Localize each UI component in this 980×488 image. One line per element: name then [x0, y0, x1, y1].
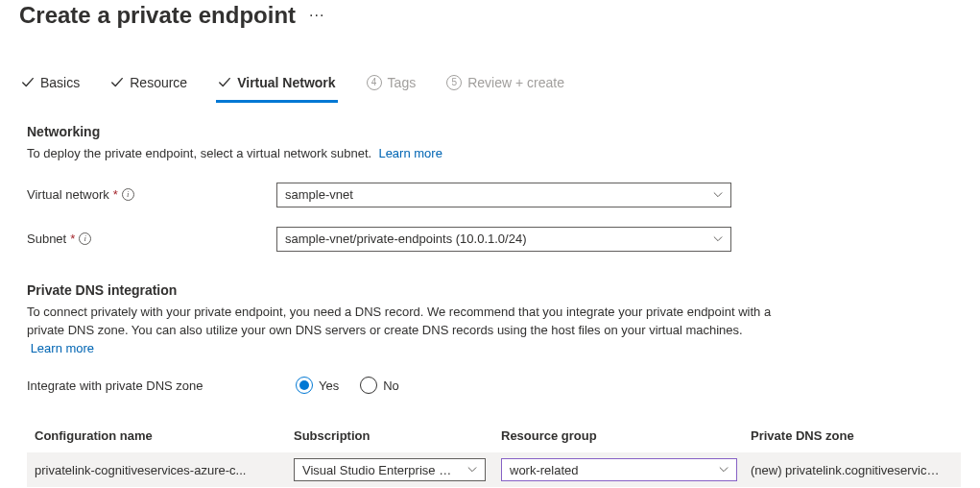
tab-label: Basics — [40, 75, 80, 90]
section-dns-title: Private DNS integration — [27, 282, 961, 298]
chevron-down-icon — [467, 465, 477, 475]
radio-label: Yes — [319, 378, 339, 393]
subnet-label: Subnet * i — [27, 232, 276, 246]
label-text: Virtual network — [27, 187, 109, 202]
step-number-icon: 5 — [446, 75, 462, 90]
page-title: Create a private endpoint — [19, 2, 296, 29]
dns-desc-text: To connect privately with your private e… — [27, 305, 771, 337]
col-config: Configuration name — [35, 428, 294, 443]
resource-group-select[interactable]: work-related — [501, 458, 737, 481]
chevron-down-icon — [719, 465, 729, 475]
table-header: Configuration name Subscription Resource… — [27, 419, 961, 452]
col-resource-group: Resource group — [501, 428, 751, 443]
col-zone: Private DNS zone — [751, 428, 953, 443]
subscription-select[interactable]: Visual Studio Enterprise Subscrip… — [294, 458, 486, 481]
virtual-network-label: Virtual network * i — [27, 187, 276, 202]
wizard-tabs: Basics Resource Virtual Network 4 Tags 5… — [19, 69, 961, 103]
cell-zone: (new) privatelink.cognitiveservices.az..… — [751, 463, 953, 477]
chevron-down-icon — [713, 190, 723, 200]
tab-virtual-network[interactable]: Virtual Network — [216, 69, 337, 103]
tab-basics[interactable]: Basics — [19, 69, 82, 103]
more-icon[interactable]: ··· — [309, 8, 324, 23]
radio-no[interactable]: No — [360, 377, 399, 394]
tab-label: Tags — [388, 75, 417, 90]
virtual-network-select[interactable]: sample-vnet — [276, 183, 731, 207]
table-row: privatelink-cognitiveservices-azure-c...… — [27, 452, 961, 487]
check-icon — [218, 76, 231, 89]
check-icon — [21, 76, 35, 89]
learn-more-link[interactable]: Learn more — [378, 146, 442, 160]
tab-tags: 4 Tags — [365, 69, 418, 103]
label-text: Subnet — [27, 232, 66, 246]
required-star: * — [70, 232, 75, 246]
select-value: Visual Studio Enterprise Subscrip… — [302, 463, 467, 477]
networking-desc-text: To deploy the private endpoint, select a… — [27, 146, 371, 160]
dns-zone-table: Configuration name Subscription Resource… — [27, 419, 961, 487]
cell-config: privatelink-cognitiveservices-azure-c... — [35, 463, 294, 477]
radio-icon — [296, 377, 313, 394]
check-icon — [110, 76, 124, 89]
select-value: sample-vnet — [285, 187, 353, 202]
info-icon[interactable]: i — [79, 232, 91, 245]
integrate-dns-label: Integrate with private DNS zone — [27, 378, 276, 393]
radio-icon — [360, 377, 377, 394]
subnet-select[interactable]: sample-vnet/private-endpoints (10.0.1.0/… — [276, 227, 731, 252]
select-value: sample-vnet/private-endpoints (10.0.1.0/… — [285, 232, 526, 246]
radio-yes[interactable]: Yes — [296, 377, 339, 394]
integrate-dns-radiogroup: Yes No — [296, 377, 399, 394]
section-networking-title: Networking — [27, 124, 961, 139]
learn-more-link[interactable]: Learn more — [31, 341, 94, 355]
step-number-icon: 4 — [367, 75, 382, 90]
networking-desc: To deploy the private endpoint, select a… — [27, 145, 776, 163]
tab-label: Virtual Network — [237, 75, 335, 90]
info-icon[interactable]: i — [122, 188, 134, 201]
tab-label: Review + create — [467, 75, 564, 90]
col-subscription: Subscription — [294, 428, 501, 443]
tab-resource[interactable]: Resource — [108, 69, 189, 103]
chevron-down-icon — [713, 234, 723, 244]
select-value: work-related — [510, 463, 579, 477]
radio-label: No — [383, 378, 399, 393]
required-star: * — [113, 187, 118, 202]
tab-review-create: 5 Review + create — [444, 69, 566, 103]
dns-desc: To connect privately with your private e… — [27, 304, 776, 358]
tab-label: Resource — [130, 75, 187, 90]
